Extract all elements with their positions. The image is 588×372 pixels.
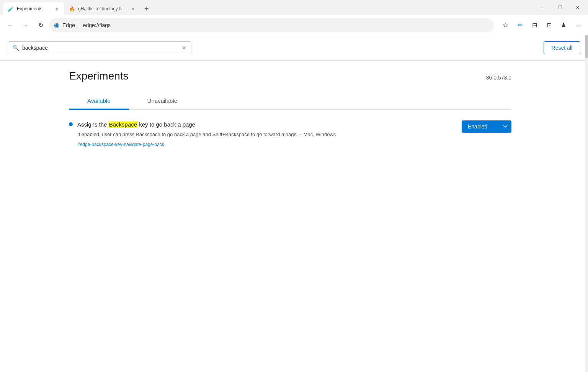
tab-label-experiments: Experiments — [17, 6, 51, 11]
nav-icon-group: ☆ ✏ ⊟ ⊡ ♟ ⋯ — [498, 18, 585, 32]
page-content: 🔍 backspace ✕ Reset all Experiments 86.0… — [0, 35, 588, 372]
flag-title-after: key to go back a page — [137, 121, 195, 128]
scrollbar-thumb[interactable] — [585, 35, 588, 58]
refresh-button[interactable]: ↻ — [34, 18, 47, 32]
back-button[interactable]: ← — [3, 18, 17, 32]
flag-item-backspace: Assigns the Backspace key to go back a p… — [69, 120, 511, 148]
search-clear-icon[interactable]: ✕ — [182, 45, 186, 51]
profile-button[interactable]: ♟ — [557, 18, 570, 32]
reset-all-button[interactable]: Reset all — [544, 41, 580, 54]
flag-title-before: Assigns the — [77, 121, 109, 128]
nav-bar: ← → ↻ ◉ Edge ☆ ✏ ⊟ ⊡ ♟ ⋯ — [0, 15, 588, 35]
brand-label: Edge — [62, 22, 75, 28]
tab-available[interactable]: Available — [69, 93, 129, 110]
tab-ghacks[interactable]: 🔥 gHacks Technology News ✕ — [64, 2, 141, 15]
tab-label-ghacks: gHacks Technology News — [78, 6, 127, 11]
version-text: 86.0.573.0 — [486, 75, 511, 81]
window-controls: — ❐ ✕ — [532, 0, 588, 15]
tab-strip: 🧪 Experiments ✕ 🔥 gHacks Technology News… — [0, 0, 532, 15]
main-content: Experiments 86.0.573.0 Available Unavail… — [0, 61, 588, 372]
address-divider — [79, 22, 79, 29]
flag-title: Assigns the Backspace key to go back a p… — [77, 120, 457, 128]
collections-button[interactable]: ⊟ — [528, 18, 541, 32]
tabs-row: Available Unavailable — [69, 93, 511, 110]
search-input[interactable]: backspace — [22, 45, 179, 51]
flag-select-container: Default Enabled Disabled — [462, 120, 511, 133]
flag-description: If enabled, user can press Backspace to … — [77, 131, 457, 138]
search-box[interactable]: 🔍 backspace ✕ — [8, 41, 191, 54]
menu-button[interactable]: ⋯ — [571, 18, 585, 32]
tab-unavailable[interactable]: Unavailable — [129, 93, 196, 110]
close-button[interactable]: ✕ — [569, 0, 586, 15]
flag-anchor[interactable]: #edge-backspace-key-navigate-page-back — [77, 142, 164, 147]
edge-logo-icon: ◉ — [54, 21, 59, 29]
flag-enabled-select[interactable]: Default Enabled Disabled — [462, 120, 511, 133]
scrollbar-track[interactable] — [585, 35, 588, 372]
tab-close-experiments[interactable]: ✕ — [54, 6, 60, 12]
search-icon: 🔍 — [13, 45, 19, 51]
sidebar-button[interactable]: ⊡ — [542, 18, 556, 32]
address-bar[interactable]: ◉ Edge — [49, 18, 494, 32]
address-input[interactable] — [83, 22, 489, 28]
flag-dot — [69, 122, 73, 126]
forward-button[interactable]: → — [18, 18, 32, 32]
tab-favicon-ghacks: 🔥 — [69, 6, 75, 12]
search-area: 🔍 backspace ✕ Reset all — [0, 35, 588, 61]
tab-close-ghacks[interactable]: ✕ — [130, 6, 136, 12]
restore-button[interactable]: ❐ — [551, 0, 569, 15]
flag-title-highlight: Backspace — [109, 121, 137, 128]
pen-button[interactable]: ✏ — [513, 18, 527, 32]
star-button[interactable]: ☆ — [498, 18, 512, 32]
title-bar: 🧪 Experiments ✕ 🔥 gHacks Technology News… — [0, 0, 588, 15]
tab-experiments[interactable]: 🧪 Experiments ✕ — [3, 2, 64, 15]
page-title: Experiments — [69, 70, 129, 82]
page-title-row: Experiments 86.0.573.0 — [69, 70, 511, 82]
new-tab-button[interactable]: + — [141, 3, 152, 15]
tab-favicon-experiments: 🧪 — [8, 6, 14, 12]
minimize-button[interactable]: — — [534, 0, 551, 15]
flag-info: Assigns the Backspace key to go back a p… — [77, 120, 457, 148]
